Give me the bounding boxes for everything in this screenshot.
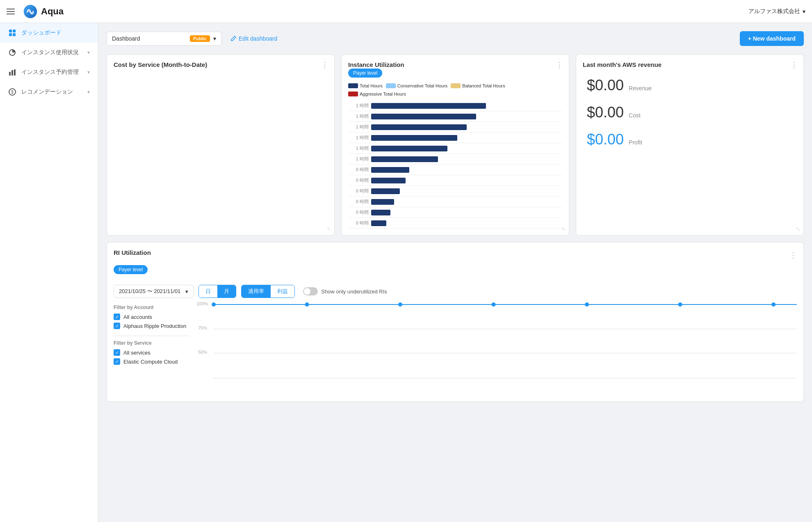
cost-by-service-menu-icon[interactable]: ⋮ <box>321 60 328 69</box>
toggle-knob <box>304 288 310 295</box>
filter-account-section: Filter by Account All accounts Alphaus R… <box>114 304 189 329</box>
aqua-logo-icon <box>23 4 38 19</box>
sidebar-label-dashboard: ダッシュボード <box>21 29 90 37</box>
date-chevron-icon: ▾ <box>185 288 188 295</box>
legend-label-balanced: Balanced Total Hours <box>462 83 505 88</box>
filter-profit[interactable]: 利益 <box>271 285 294 298</box>
chart-row: 0 時間 <box>348 186 562 197</box>
filter-utilization-rate[interactable]: 適用率 <box>242 285 271 298</box>
chart-row: 1 時間 <box>348 111 562 122</box>
filter-service-title: Filter by Service <box>114 340 189 346</box>
tab-day[interactable]: 日 <box>199 285 217 298</box>
legend-balanced: Balanced Total Hours <box>451 83 505 88</box>
sidebar-item-reservation[interactable]: インスタンス予約管理 ▾ <box>0 62 98 82</box>
revenue-grid: $0.00 Revenue $0.00 Cost $0.00 Profit <box>583 69 797 156</box>
instance-utilization-menu-icon[interactable]: ⋮ <box>556 60 563 69</box>
sidebar-label-recommendation: レコメンデーション <box>21 88 82 96</box>
ri-chart-area: 100% 75% 50% <box>196 304 797 395</box>
hamburger-menu[interactable] <box>7 9 15 14</box>
cost-by-service-card: Cost by Service (Month-to-Date) ⋮ ⤡ <box>107 54 335 236</box>
legend-label-total: Total Hours <box>360 83 383 88</box>
instance-utilization-title: Instance Utilization <box>348 61 404 68</box>
svg-point-18 <box>771 302 776 307</box>
filter-alphaus-ripple: Alphaus Ripple Production <box>114 323 189 329</box>
payer-level-badge[interactable]: Payer level <box>348 69 382 78</box>
legend-total-hours: Total Hours <box>348 83 383 88</box>
legend-color-total <box>348 83 358 88</box>
chart-row: 0 時間 <box>348 197 562 207</box>
sidebar-item-recommendation[interactable]: $ レコメンデーション ▾ <box>0 82 98 102</box>
ri-menu-icon[interactable]: ⋮ <box>789 251 797 260</box>
dashboard-icon <box>8 29 16 37</box>
dashboard-selector[interactable]: Dashboard Public ▾ <box>107 32 221 46</box>
sidebar-item-instance-usage[interactable]: インスタンス使用状況 ▾ <box>0 43 98 62</box>
cost-by-service-title: Cost by Service (Month-to-Date) <box>114 61 207 68</box>
day-month-tabs: 日 月 <box>198 285 236 298</box>
instance-utilization-card: Instance Utilization ⋮ Payer level Total… <box>341 54 569 236</box>
legend-aggressive: Aggressive Total Hours <box>348 92 406 96</box>
filter-divider <box>114 336 189 336</box>
edit-dashboard-button[interactable]: Edit dashboard <box>226 32 282 45</box>
ri-payer-badge[interactable]: Payer level <box>114 265 148 274</box>
utilization-chart: 1 時間 1 時間 1 時間 1 時間 1 時間 1 時間 0 時間 0 時間 … <box>348 101 562 229</box>
tab-month[interactable]: 月 <box>217 285 236 298</box>
svg-rect-1 <box>9 30 12 32</box>
legend-label-aggressive: Aggressive Total Hours <box>360 92 406 96</box>
pie-chart-icon <box>8 48 16 57</box>
sidebar-label-reservation: インスタンス予約管理 <box>21 69 82 76</box>
cost-value: $0.00 <box>587 104 624 121</box>
chart-row: 0 時間 <box>348 207 562 218</box>
chevron-down-icon-3: ▾ <box>87 89 90 95</box>
cost-label: Cost <box>629 112 641 119</box>
dashboard-selector-label: Dashboard <box>112 35 187 42</box>
all-services-label: All services <box>123 350 151 356</box>
svg-rect-4 <box>13 33 16 36</box>
chart-row: 0 時間 <box>348 175 562 186</box>
chart-row: 0 時間 <box>348 165 562 175</box>
all-accounts-checkbox[interactable] <box>114 314 120 320</box>
sidebar-item-dashboard[interactable]: ダッシュボード <box>0 23 98 43</box>
date-range-selector[interactable]: 2021/10/25 〜 2021/11/01 ▾ <box>114 285 194 298</box>
legend-color-conservative <box>386 83 396 88</box>
resize-icon-2: ⤡ <box>561 226 566 232</box>
filter-account-title: Filter by Account <box>114 304 189 310</box>
svg-point-12 <box>212 302 216 307</box>
top-bar: Dashboard Public ▾ Edit dashboard + New … <box>107 31 804 46</box>
profit-value: $0.00 <box>587 131 624 148</box>
chevron-down-icon: ▾ <box>87 50 90 55</box>
filter-all-services: All services <box>114 349 189 356</box>
new-dashboard-button[interactable]: + New dashboard <box>740 31 804 46</box>
chevron-down-icon-2: ▾ <box>87 69 90 75</box>
chart-row: 1 時間 <box>348 154 562 165</box>
ri-utilization-title: RI Utilization <box>114 249 151 256</box>
cards-row: Cost by Service (Month-to-Date) ⋮ ⤡ Inst… <box>107 54 804 236</box>
company-selector[interactable]: アルファス株式会社 ▾ <box>748 8 805 15</box>
underutilized-toggle[interactable] <box>303 287 318 295</box>
svg-point-16 <box>585 302 589 307</box>
chart-row: 1 時間 <box>348 133 562 143</box>
legend-color-aggressive <box>348 92 358 96</box>
svg-rect-6 <box>9 72 11 76</box>
svg-point-15 <box>492 302 496 307</box>
cost-row: $0.00 Cost <box>587 104 793 121</box>
alphaus-ripple-checkbox[interactable] <box>114 323 120 329</box>
chart-row: 0 時間 <box>348 218 562 229</box>
top-header: Aqua アルファス株式会社 ▾ <box>0 0 812 23</box>
svg-text:$: $ <box>11 90 14 94</box>
ri-controls: 2021/10/25 〜 2021/11/01 ▾ 日 月 適用率 利益 Sho… <box>114 285 797 298</box>
profit-row: $0.00 Profit <box>587 131 793 148</box>
dollar-icon: $ <box>8 88 16 96</box>
svg-rect-2 <box>13 30 16 32</box>
ri-body: Filter by Account All accounts Alphaus R… <box>114 304 797 395</box>
filter-ec2: Elastic Compute Cloud <box>114 358 189 365</box>
svg-point-13 <box>305 302 309 307</box>
chart-row: 1 時間 <box>348 122 562 133</box>
main-content: Dashboard Public ▾ Edit dashboard + New … <box>98 23 812 522</box>
revenue-label: Revenue <box>629 85 652 92</box>
ri-line-chart <box>214 304 797 306</box>
aws-revenue-menu-icon[interactable]: ⋮ <box>790 60 798 69</box>
ec2-label: Elastic Compute Cloud <box>123 359 178 365</box>
resize-icon: ⤡ <box>327 226 331 232</box>
ec2-checkbox[interactable] <box>114 358 120 365</box>
all-services-checkbox[interactable] <box>114 349 120 356</box>
